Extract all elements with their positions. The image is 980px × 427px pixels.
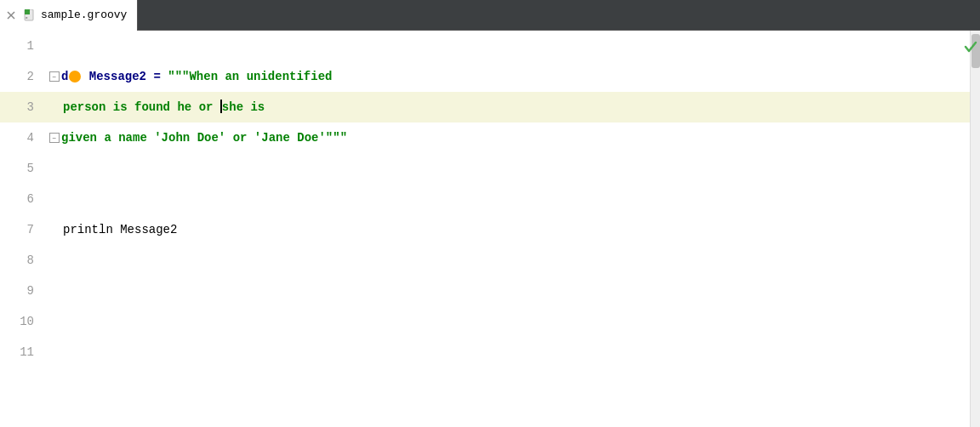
code-line-7: println Message2 <box>49 214 970 245</box>
code-line-5 <box>49 153 970 184</box>
line-numbers: 1 2 3 4 5 6 7 8 9 10 11 <box>0 31 43 427</box>
line-number-1: 1 <box>0 31 43 61</box>
fold-marker-2[interactable]: − <box>49 71 60 82</box>
string-line4: given a name 'John Doe' or 'Jane Doe'""" <box>61 131 347 145</box>
line-number-11: 11 <box>0 337 43 367</box>
svg-rect-3 <box>25 9 30 14</box>
code-line-11 <box>49 337 970 367</box>
line-number-2: 2 <box>0 61 43 92</box>
fold-spacer-7 <box>49 225 61 235</box>
string-start: """When an unidentified <box>168 70 332 83</box>
editor-body: 1 2 3 4 5 6 7 8 9 10 11 − d Message2 = <box>0 31 980 427</box>
code-line-8 <box>49 245 970 276</box>
line-number-9: 9 <box>0 276 43 306</box>
checkmark-icon <box>961 37 980 56</box>
breakpoint-indicator <box>69 71 81 83</box>
fold-spacer-3 <box>49 102 61 112</box>
code-line-3: person is found he or she is <box>43 92 970 122</box>
line-number-8: 8 <box>0 245 43 276</box>
line-number-7: 7 <box>0 214 43 245</box>
line-number-3: 3 <box>0 92 43 122</box>
scrollbar[interactable] <box>970 31 980 427</box>
string-line3b: she is <box>222 100 265 114</box>
println-statement: println Message2 <box>63 223 177 236</box>
line-number-6: 6 <box>0 184 43 214</box>
string-line3: person is found he or <box>63 100 220 114</box>
code-line-9 <box>49 276 970 306</box>
tab-bar: G sample.groovy <box>0 0 980 31</box>
code-area[interactable]: − d Message2 = """When an unidentified p… <box>43 31 970 427</box>
line-number-4: 4 <box>0 122 43 153</box>
cursor <box>220 100 222 113</box>
close-icon[interactable] <box>7 11 15 20</box>
editor-container: G sample.groovy 1 2 3 4 5 6 7 8 9 10 11 <box>0 0 980 427</box>
line-number-5: 5 <box>0 153 43 184</box>
line-number-10: 10 <box>0 306 43 337</box>
tab-label: sample.groovy <box>41 9 127 21</box>
keyword-def2: Message2 = <box>82 70 168 83</box>
code-line-4: − given a name 'John Doe' or 'Jane Doe'"… <box>49 122 970 153</box>
keyword-def: d <box>61 70 68 83</box>
code-line-1 <box>49 31 970 61</box>
fold-marker-4[interactable]: − <box>49 133 60 143</box>
code-line-10 <box>49 306 970 337</box>
file-icon: G <box>24 9 36 21</box>
code-line-6 <box>49 184 970 214</box>
code-line-2: − d Message2 = """When an unidentified <box>49 61 970 92</box>
